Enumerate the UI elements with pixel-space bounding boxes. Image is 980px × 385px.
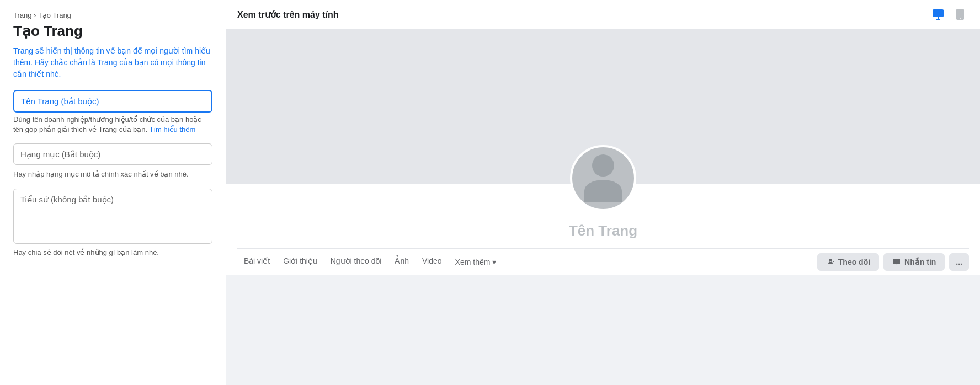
- page-name-input[interactable]: [13, 90, 212, 113]
- page-preview: Tên Trang Bài viết Giới thiệu Người theo…: [226, 29, 980, 275]
- more-actions-button[interactable]: ...: [949, 253, 969, 271]
- breadcrumb-separator: ›: [34, 11, 38, 19]
- desktop-icon: [931, 8, 945, 21]
- avatar-container: [570, 145, 636, 211]
- svg-point-2: [960, 18, 961, 19]
- breadcrumb-parent: Trang: [13, 11, 31, 19]
- avatar-head: [592, 154, 614, 177]
- page-title: Tạo Trang: [13, 23, 212, 40]
- page-name-hint: Dùng tên doanh nghiệp/thương hiệu/tổ chứ…: [13, 115, 212, 135]
- description-text: Trang sẽ hiển thị thông tin về bạn để mọ…: [13, 45, 212, 80]
- bio-hint: Hãy chia sẻ đôi nét về những gì bạn làm …: [13, 248, 212, 256]
- desktop-view-button[interactable]: [929, 6, 947, 23]
- category-input[interactable]: [13, 143, 212, 165]
- learn-more-link[interactable]: Tìm hiểu thêm: [149, 125, 195, 133]
- chevron-down-icon: ▾: [492, 258, 496, 266]
- bio-textarea[interactable]: [13, 189, 212, 244]
- nav-tab-video[interactable]: Video: [416, 249, 449, 275]
- preview-content[interactable]: Tên Trang Bài viết Giới thiệu Người theo…: [226, 29, 980, 385]
- category-hint: Hãy nhập hạng mục mô tả chính xác nhất v…: [13, 169, 212, 179]
- follow-button[interactable]: Theo dõi: [817, 253, 879, 271]
- nav-tab-xemthem[interactable]: Xem thêm ▾: [449, 250, 503, 274]
- tablet-view-button[interactable]: [951, 6, 969, 23]
- page-name-display: Tên Trang: [226, 222, 980, 248]
- right-panel: Xem trước trên máy tính: [226, 0, 980, 385]
- preview-title: Xem trước trên máy tính: [237, 9, 339, 20]
- avatar-body: [584, 180, 622, 202]
- svg-rect-0: [933, 9, 944, 17]
- left-panel: Trang › Tạo Trang Tạo Trang Trang sẽ hiể…: [0, 0, 226, 385]
- breadcrumb-current: Tạo Trang: [38, 11, 71, 19]
- page-nav: Bài viết Giới thiệu Người theo dõi Ảnh V…: [226, 249, 980, 275]
- message-icon: [892, 258, 901, 266]
- category-group: [13, 143, 212, 167]
- avatar: [570, 145, 636, 211]
- avatar-placeholder: [584, 154, 622, 202]
- nav-tab-gioithieu[interactable]: Giới thiệu: [276, 249, 324, 275]
- cover-photo: [226, 29, 980, 184]
- nav-tab-nguoitheodoi[interactable]: Người theo dõi: [324, 249, 388, 275]
- breadcrumb: Trang › Tạo Trang: [13, 11, 212, 19]
- tablet-icon: [954, 8, 967, 21]
- page-name-text: Tên Trang: [569, 222, 637, 239]
- nav-actions: Theo dõi Nhắn tin ...: [817, 253, 969, 271]
- message-button[interactable]: Nhắn tin: [883, 253, 945, 271]
- nav-tab-baiviet[interactable]: Bài viết: [237, 249, 276, 275]
- follow-icon: [826, 258, 835, 266]
- device-icons: [929, 6, 969, 23]
- preview-header: Xem trước trên máy tính: [226, 0, 980, 29]
- page-name-group: [13, 90, 212, 113]
- bio-group: [13, 189, 212, 246]
- nav-tab-anh[interactable]: Ảnh: [388, 249, 416, 275]
